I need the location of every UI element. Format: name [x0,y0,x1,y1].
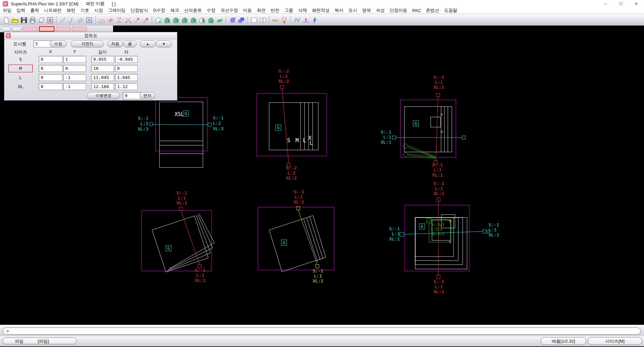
svg-text:G: G [184,111,187,116]
grading-label: S:-1L:1XL:1 [489,222,499,237]
size-label-S[interactable]: S [9,56,32,63]
horizontal-change-input[interactable]: 0 [123,92,141,99]
command-bar: > [0,325,644,336]
g-marker[interactable]: G [281,240,287,245]
grading-label: L [310,140,313,146]
grading-marker[interactable] [392,136,396,139]
grading-marker[interactable] [280,85,284,89]
size-row-M: M00100 [4,65,177,72]
g-marker[interactable]: G [183,111,188,116]
grading-marker[interactable] [437,275,440,279]
grading-marker[interactable] [436,93,440,97]
size-label-L[interactable]: L [9,74,32,81]
status-bar: 파일 [파일] 배율[1/2.32] 사이즈[M] [0,336,644,347]
scale-status[interactable]: 배율[1/2.32] [541,337,586,345]
y-field-XL[interactable]: -1 [63,83,86,90]
length-field-M[interactable]: 10 [91,65,114,72]
grading-label: S:-2L:2XL:2 [278,69,289,84]
pattern-piece-bottom-center[interactable] [258,206,334,272]
grading-label: S:-1L:1XL:1 [389,226,400,241]
grading-label: L [303,137,306,144]
grading-label: M [295,137,299,144]
diff-field-S[interactable]: -0.945 [115,56,138,63]
file-status[interactable]: 파일 [파일] [2,338,77,344]
point-coordinates-dialog: α 점좌표 표시행 5 수정 각편차 처음 끝 ▲ ▼ 사이즈 X Y 길이 차… [4,32,177,101]
size-label-M[interactable]: M [9,65,32,72]
x-field-XL[interactable]: 0 [39,83,63,90]
grading-label: S:-1L:2XL:3 [138,116,148,131]
size-row-XL: XL0-112.1661.12 [4,83,177,90]
length-field-S[interactable]: 9.055 [91,56,114,63]
size-row-S: S019.055-0.945 [4,56,177,63]
x-field-M[interactable]: 0 [39,65,63,72]
grading-marker[interactable] [462,136,465,139]
grading-marker[interactable] [179,207,183,210]
diff-field-XL[interactable]: 1.12 [115,83,138,90]
horizontal-change-button[interactable]: 수평변경 [87,92,120,99]
size-row-L: L0-111.0451.045 [4,74,177,81]
svg-text:G: G [283,240,285,245]
grading-label: S:-1L:1XL:1 [176,190,187,205]
file-status-label: 파일 [15,338,24,344]
command-input[interactable]: > [3,327,641,335]
g-marker[interactable]: G [166,245,171,251]
grading-label: S:-1L:1XL:1 [381,129,391,145]
length-field-L[interactable]: 11.045 [91,74,114,81]
pattern-piece-top-center[interactable] [257,85,327,167]
x-field-L[interactable]: 0 [39,74,63,81]
grading-label: S:-1L:1XL:1 [433,279,444,294]
y-field-L[interactable]: -1 [63,74,86,81]
grading-marker[interactable] [150,123,153,126]
pattern-piece-top-right[interactable] [392,93,465,164]
y-field-S[interactable]: 1 [63,56,86,63]
file-status-value: [파일] [38,338,49,344]
grading-marker[interactable] [483,230,486,233]
g-marker[interactable]: G [413,121,419,126]
size-status[interactable]: 사이즈[M] [588,337,642,345]
command-prompt: > [6,329,9,334]
grading-marker[interactable] [400,232,404,236]
pattern-piece-bottom-left[interactable] [142,207,214,272]
grading-label: S:-1L:1XL:1 [433,181,444,196]
size-table-rows: S019.055-0.945M00100L0-111.0451.045XL0-1… [4,32,177,100]
grading-label: S [287,137,290,144]
deviation-button[interactable]: 편차 [140,92,155,99]
diff-field-L[interactable]: 1.045 [115,74,138,81]
grading-label: S:-1L:1XL:1 [432,162,442,178]
diff-field-M[interactable]: 0 [115,65,138,72]
grading-label: S:-1L:1XL:1 [195,268,205,283]
length-field-XL[interactable]: 12.166 [91,83,114,90]
grading-label: S:-1L:1XL:1 [433,75,444,90]
pattern-piece-top-left[interactable] [150,98,211,167]
g-marker[interactable]: G [276,125,281,130]
pattern-piece-bottom-right[interactable] [400,198,490,279]
grading-marker[interactable] [437,198,440,201]
g-marker[interactable]: G [419,224,425,229]
grading-label: XSL [175,111,184,117]
application-window: α SuperALPHA:Plus Ver 2.33r7 [CM] 패턴 이름 … [0,0,644,347]
size-label-XL[interactable]: XL [9,83,32,90]
grading-marker[interactable] [208,123,211,126]
grading-label: S:-2L:2XL:2 [286,165,296,181]
svg-text:G: G [415,121,417,126]
grading-label: S:-1L:1XL:1 [293,189,304,204]
x-field-S[interactable]: 0 [39,56,63,63]
y-field-M[interactable]: 0 [63,65,86,72]
grading-label: S:-1/1L:1/1XL:1/1 [431,222,444,236]
svg-text:G: G [277,125,279,130]
svg-text:G: G [167,246,170,251]
grading-marker[interactable] [316,265,319,268]
grading-label: S:-1L:2XL:3 [213,115,223,131]
svg-text:G: G [421,224,423,229]
grading-label: S:-1L:1XL:1 [313,268,323,283]
